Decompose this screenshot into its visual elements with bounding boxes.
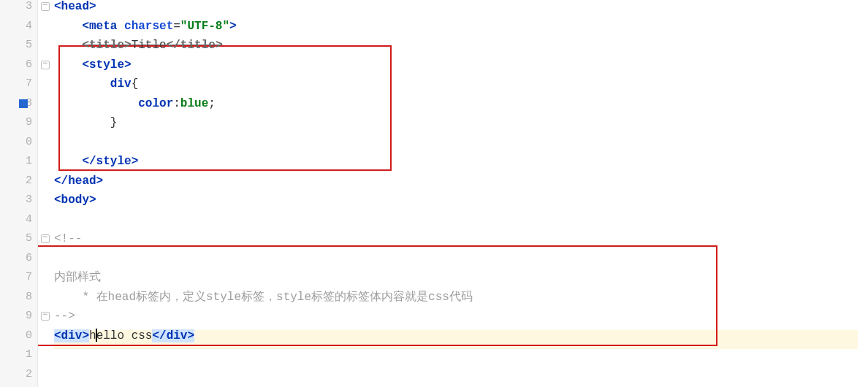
code-line[interactable]: <div>hello css</div> [54,326,194,345]
line-number: 1 [0,345,32,364]
line-number: 4 [0,17,32,36]
fold-toggle-icon[interactable] [41,2,50,11]
line-number: 0 [0,133,32,152]
line-number: 8 [0,288,32,307]
line-number: 5 [0,229,32,248]
code-line[interactable]: </style> [54,152,138,171]
code-line[interactable]: <meta charset="UTF-8"> [54,17,237,36]
line-number: 9 [0,307,32,326]
line-number: 2 [0,172,32,191]
line-number: 6 [0,249,32,268]
code-line[interactable]: <title>Title</title> [54,36,222,55]
line-number: 4 [0,210,32,229]
line-number: 1 [0,152,32,171]
fold-column [38,0,54,387]
line-number: 7 [0,268,32,287]
code-line[interactable]: div{ [54,74,138,93]
code-line[interactable]: } [54,113,117,132]
gutter: 34567890123456789012 [0,0,38,387]
code-line[interactable]: --> [54,307,75,326]
code-line[interactable]: <head> [54,0,96,16]
fold-toggle-icon[interactable] [41,61,50,69]
code-line[interactable]: 内部样式 [54,268,101,287]
code-line[interactable]: <body> [54,191,96,210]
code-line[interactable]: <style> [54,55,132,74]
line-number: 6 [0,55,32,74]
line-number: 3 [0,0,32,16]
code-line[interactable]: </head> [54,172,103,191]
breakpoint-icon[interactable] [19,99,28,108]
code-line[interactable]: * 在head标签内，定义style标签，style标签的标签体内容就是css代… [54,288,473,307]
code-line[interactable]: <!-- [54,229,82,248]
line-number: 0 [0,326,32,345]
line-number: 3 [0,191,32,210]
fold-toggle-icon[interactable] [41,234,50,243]
line-number: 9 [0,113,32,132]
fold-toggle-icon[interactable] [41,312,50,321]
line-number: 5 [0,36,32,55]
line-number: 7 [0,74,32,93]
code-line[interactable]: color:blue; [54,94,216,113]
line-number: 2 [0,365,32,384]
